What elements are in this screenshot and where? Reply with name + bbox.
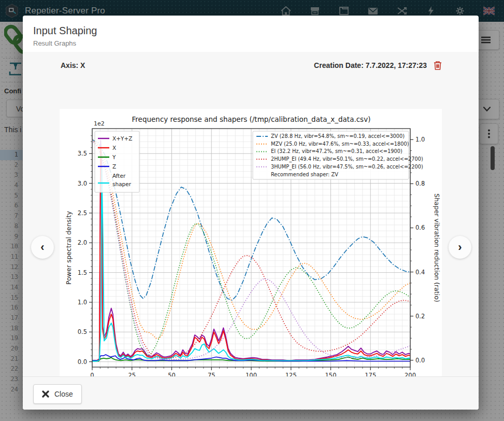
svg-text:1e2: 1e2 — [94, 120, 105, 127]
svg-text:shaper: shaper — [112, 181, 132, 187]
dialog-footer: Close — [23, 376, 479, 410]
creation-date-label: Creation Date: 7.7.2022, 17:27:23 — [314, 61, 427, 69]
svg-text:3.0: 3.0 — [78, 180, 87, 187]
svg-text:3.5: 3.5 — [78, 150, 87, 157]
svg-text:Recommended shaper: ZV: Recommended shaper: ZV — [271, 172, 338, 177]
delete-graph-icon[interactable] — [433, 60, 442, 71]
svg-text:0.6: 0.6 — [415, 224, 425, 231]
result-chart: 02550751001251501752000.00.51.01.52.02.5… — [60, 109, 442, 398]
svg-text:Z: Z — [112, 163, 116, 170]
svg-text:0.4: 0.4 — [415, 269, 425, 276]
dialog-body: Axis: X Creation Date: 7.7.2022, 17:27:2… — [23, 52, 479, 377]
dialog-title: Input Shaping — [33, 25, 479, 37]
svg-text:Shaper vibration reduction (ra: Shaper vibration reduction (ratio) — [433, 193, 441, 302]
svg-text:0.8: 0.8 — [415, 180, 425, 187]
svg-text:1.0: 1.0 — [415, 136, 425, 143]
svg-text:0.5: 0.5 — [78, 328, 87, 335]
svg-text:Frequency response and shapers: Frequency response and shapers (/tmp/cal… — [132, 115, 371, 123]
svg-text:X+Y+Z: X+Y+Z — [112, 135, 132, 142]
svg-text:EI (32.2 Hz, vibr=47.2%, sm~=0: EI (32.2 Hz, vibr=47.2%, sm~=0.31, accel… — [271, 148, 402, 154]
close-button-label: Close — [54, 390, 73, 398]
axis-label: Axis: X — [61, 61, 85, 69]
svg-text:ZV (28.8 Hz, vibr=54.8%, sm~=0: ZV (28.8 Hz, vibr=54.8%, sm~=0.19, accel… — [271, 133, 405, 139]
input-shaping-dialog: Input Shaping Result Graphs Axis: X Crea… — [23, 16, 479, 410]
dialog-header: Input Shaping Result Graphs — [23, 16, 479, 52]
carousel-next-button[interactable]: › — [449, 236, 471, 259]
svg-text:Y: Y — [112, 154, 116, 160]
dialog-subtitle: Result Graphs — [33, 39, 479, 47]
svg-text:MZV (25.0 Hz, vibr=47.6%, sm~=: MZV (25.0 Hz, vibr=47.6%, sm~=0.33, acce… — [271, 141, 409, 147]
svg-text:2.0: 2.0 — [78, 239, 87, 246]
svg-text:0.2: 0.2 — [415, 313, 425, 320]
svg-text:1.0: 1.0 — [78, 299, 87, 306]
result-graph-image: 02550751001251501752000.00.51.01.52.02.5… — [60, 109, 442, 398]
svg-text:2HUMP_EI (49.4 Hz, vibr=50.1%,: 2HUMP_EI (49.4 Hz, vibr=50.1%, sm~=0.22,… — [271, 156, 423, 162]
app-root: Repetier-Server Pro Confi Vo This i 1234… — [0, 0, 504, 421]
carousel-prev-button[interactable]: ‹ — [31, 236, 54, 259]
svg-text:Power spectral density: Power spectral density — [65, 211, 73, 285]
svg-text:3HUMP_EI (56.0 Hz, vibr=47.5%,: 3HUMP_EI (56.0 Hz, vibr=47.5%, sm~=0.26,… — [271, 164, 423, 170]
svg-text:1.5: 1.5 — [78, 269, 87, 276]
svg-text:X: X — [112, 145, 116, 151]
svg-text:0.0: 0.0 — [415, 357, 425, 364]
svg-text:2.5: 2.5 — [78, 209, 87, 217]
svg-text:After: After — [112, 173, 126, 179]
close-button[interactable]: Close — [33, 384, 82, 404]
close-icon — [42, 390, 49, 398]
svg-text:0.0: 0.0 — [78, 358, 87, 366]
graph-meta-row: Axis: X Creation Date: 7.7.2022, 17:27:2… — [61, 60, 442, 71]
